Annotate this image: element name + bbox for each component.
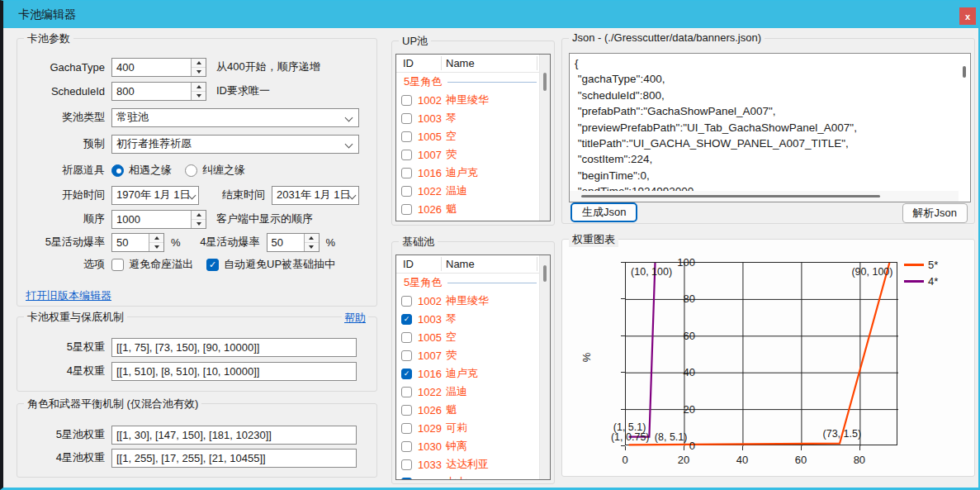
list-item[interactable]: ✓1003琴 — [396, 310, 539, 328]
json-textarea[interactable]: { "gachaType":400, "scheduleId":800, "pr… — [569, 53, 971, 202]
vertical-scrollbar[interactable] — [959, 54, 970, 191]
weight4-input[interactable]: [[1, 510], [8, 510], [10, 10000]] — [111, 362, 357, 381]
checkbox[interactable]: ✓ — [206, 259, 219, 271]
option-checkbox-item[interactable]: ✓自动避免UP被基础抽中 — [206, 257, 335, 272]
spinner-buttons[interactable] — [191, 83, 206, 100]
end-time-picker[interactable]: 2031年 1月 1日 — [272, 186, 359, 205]
item-checkbox[interactable]: ✓ — [401, 478, 412, 480]
gacha-type-spinner[interactable]: 400 — [111, 58, 206, 77]
item-checkbox[interactable] — [401, 168, 412, 178]
item-checkbox[interactable] — [401, 204, 412, 215]
option-checkbox-item[interactable]: 避免命座溢出 — [111, 257, 193, 272]
weight5-input[interactable]: [[1, 75], [73, 150], [90, 10000]] — [111, 338, 357, 357]
item-checkbox[interactable]: ✓ — [401, 314, 412, 325]
spin-down-icon[interactable] — [192, 67, 206, 76]
item-checkbox[interactable] — [401, 405, 412, 416]
list-item[interactable]: 1003琴 — [396, 109, 539, 127]
item-checkbox[interactable] — [401, 131, 412, 142]
scrollbar-thumb[interactable] — [963, 66, 966, 78]
spin-up-icon[interactable] — [192, 59, 206, 67]
spinner-buttons[interactable] — [191, 211, 206, 228]
scrollbar-thumb[interactable] — [543, 73, 547, 91]
list-item[interactable]: 1007荧 — [396, 145, 539, 164]
json-line: "scheduleId":800, — [575, 88, 959, 103]
item-checkbox[interactable] — [401, 296, 412, 307]
list-item[interactable]: 1002神里绫华 — [396, 91, 539, 109]
spin-down-icon[interactable] — [149, 242, 163, 251]
list-item[interactable]: 1030钟离 — [396, 437, 539, 455]
spin-up-icon[interactable] — [192, 211, 206, 219]
checkbox[interactable] — [111, 259, 124, 271]
vertical-scrollbar[interactable] — [539, 55, 550, 221]
radio-button[interactable] — [111, 164, 124, 177]
rate5-spinner[interactable]: 50 — [111, 233, 164, 252]
item-checkbox[interactable] — [401, 95, 412, 106]
list-item[interactable]: 1002神里绫华 — [396, 292, 539, 310]
list-item[interactable]: 1033达达利亚 — [396, 455, 539, 473]
spin-down-icon[interactable] — [192, 219, 206, 228]
item-checkbox[interactable] — [401, 113, 412, 124]
wish-item-option[interactable]: 纠缠之缘 — [185, 163, 245, 178]
spinner-buttons[interactable] — [304, 234, 319, 251]
item-checkbox[interactable] — [401, 441, 412, 452]
list-item[interactable]: 1022温迪 — [396, 182, 539, 200]
radio-button[interactable] — [185, 164, 197, 177]
list-item[interactable]: ✓1035七七 — [396, 473, 539, 479]
pool5-weight-input[interactable]: [[1, 30], [147, 150], [181, 10230]] — [111, 426, 357, 445]
prefab-label: 预制 — [17, 136, 105, 151]
item-checkbox[interactable] — [401, 332, 412, 343]
generate-json-button[interactable]: 生成Json — [570, 202, 637, 222]
item-checkbox[interactable]: ✓ — [401, 369, 412, 379]
item-checkbox[interactable] — [401, 150, 412, 160]
schedule-id-spinner[interactable]: 800 — [111, 82, 206, 101]
spinner-buttons[interactable] — [149, 234, 163, 251]
close-icon[interactable]: x — [959, 7, 976, 25]
list-item[interactable]: 1007荧 — [396, 346, 539, 364]
base-pool-list[interactable]: ID Name 5星角色 1002神里绫华✓1003琴1005空1007荧✓10… — [395, 255, 551, 480]
rate4-spinner[interactable]: 50 — [267, 233, 320, 252]
spin-up-icon[interactable] — [305, 234, 319, 242]
scrollbar-thumb[interactable] — [581, 195, 880, 197]
spin-up-icon[interactable] — [149, 234, 163, 242]
pool-type-select[interactable]: 常驻池 — [111, 108, 359, 127]
begin-time-picker[interactable]: 1970年 1月 1日 — [111, 186, 199, 205]
weight5-label: 5星权重 — [17, 340, 105, 354]
parse-json-button[interactable]: 解析Json — [902, 203, 968, 223]
spinner-buttons[interactable] — [191, 59, 206, 76]
spin-up-icon[interactable] — [192, 83, 206, 91]
help-link[interactable]: 帮助 — [342, 311, 368, 326]
legend-label: 5* — [928, 259, 938, 271]
row-options: 选项 避免命座溢出✓自动避免UP被基础抽中 — [17, 255, 372, 274]
item-checkbox[interactable] — [401, 186, 412, 197]
wish-item-option[interactable]: 相遇之缘 — [111, 163, 172, 178]
item-name: 荧 — [446, 348, 457, 363]
vertical-scrollbar[interactable] — [539, 255, 550, 479]
item-checkbox[interactable] — [401, 423, 412, 434]
horizontal-scrollbar[interactable] — [570, 191, 959, 202]
list-item[interactable]: 1005空 — [396, 127, 539, 145]
rate5-unit: % — [171, 236, 181, 249]
json-line: "gachaType":400, — [575, 71, 959, 87]
list-item[interactable]: 1026魈 — [396, 200, 539, 218]
pool4-weight-input[interactable]: [[1, 255], [17, 255], [21, 10455]] — [111, 449, 357, 468]
list-item[interactable]: 1016迪卢克 — [396, 164, 539, 182]
list-item[interactable]: 1029可莉 — [396, 419, 539, 437]
item-checkbox[interactable] — [401, 387, 412, 397]
open-legacy-editor-link[interactable]: 打开旧版本编辑器 — [26, 288, 111, 303]
column-id: ID — [403, 258, 414, 270]
list-item[interactable]: 1022温迪 — [396, 383, 539, 401]
row-weight5: 5星权重 [[1, 75], [73, 150], [90, 10000]] — [17, 337, 372, 357]
list-item[interactable]: 1026魈 — [396, 401, 539, 419]
item-checkbox[interactable] — [401, 459, 412, 470]
list-item[interactable]: ✓1016迪卢克 — [396, 364, 539, 383]
list-item[interactable]: 1005空 — [396, 328, 539, 346]
item-checkbox[interactable] — [401, 350, 412, 361]
up-pool-list[interactable]: ID Name 5星角色 1002神里绫华1003琴1005空1007荧1016… — [395, 54, 551, 221]
spin-down-icon[interactable] — [192, 91, 206, 100]
schedule-id-value: 800 — [116, 85, 135, 98]
prefab-select[interactable]: 初行者推荐祈愿 — [111, 135, 359, 154]
scrollbar-thumb[interactable] — [543, 265, 547, 282]
sort-spinner[interactable]: 1000 — [111, 210, 206, 229]
chart-annotation: (90, 100) — [851, 266, 892, 278]
spin-down-icon[interactable] — [305, 242, 319, 251]
